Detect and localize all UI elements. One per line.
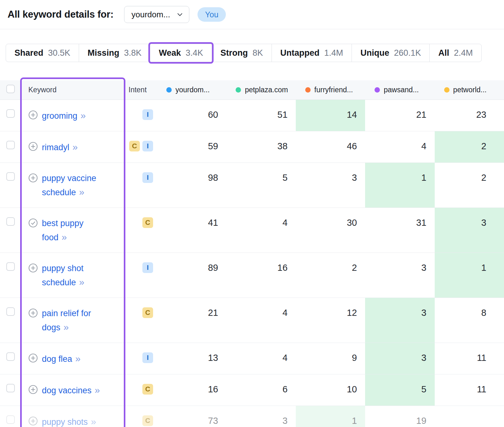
keyword-text: puppy vaccine schedule xyxy=(42,174,96,197)
position-value: 10 xyxy=(296,374,365,406)
double-chevron-icon[interactable]: » xyxy=(79,277,84,287)
row-checkbox[interactable] xyxy=(6,217,15,226)
tab-unique[interactable]: Unique260.1K xyxy=(352,44,430,62)
domain-column-header: yourdom... xyxy=(157,86,226,94)
add-circle-icon[interactable] xyxy=(28,353,38,363)
domain-column-header: pawsand... xyxy=(365,86,434,94)
tab-shared[interactable]: Shared30.5K xyxy=(6,44,79,62)
row-checkbox[interactable] xyxy=(6,172,15,181)
keyword-gap-page: All keyword details for: yourdom... You … xyxy=(0,0,504,427)
add-circle-icon[interactable] xyxy=(28,416,38,426)
intent-cell: I xyxy=(125,253,157,298)
keyword-link[interactable]: dog vaccines» xyxy=(42,383,99,397)
you-badge: You xyxy=(198,7,226,22)
domain-dot-icon xyxy=(375,87,380,93)
row-select-cell xyxy=(0,208,21,253)
double-chevron-icon[interactable]: » xyxy=(95,385,100,395)
intent-badge-informational: I xyxy=(142,352,153,363)
row-checkbox[interactable] xyxy=(6,307,15,316)
tab-count: 30.5K xyxy=(48,48,71,58)
intent-cell: I xyxy=(125,163,157,208)
double-chevron-icon[interactable]: » xyxy=(75,353,80,364)
tab-count: 1.4M xyxy=(324,48,343,58)
add-circle-icon[interactable] xyxy=(28,173,38,183)
position-value: 4 xyxy=(226,343,295,374)
select-all-checkbox[interactable] xyxy=(6,85,15,93)
double-chevron-icon[interactable]: » xyxy=(72,142,77,152)
add-circle-icon[interactable] xyxy=(28,110,38,120)
keyword-link[interactable]: puppy vaccine schedule» xyxy=(42,172,104,199)
domain-dot-icon xyxy=(236,87,241,93)
table-row: puppy shots»C733119 xyxy=(0,406,504,427)
tab-untapped[interactable]: Untapped1.4M xyxy=(272,44,352,62)
keyword-text: rimadyl xyxy=(42,143,69,152)
row-checkbox[interactable] xyxy=(6,262,15,271)
table-row: rimadyl»CI59384642 xyxy=(0,131,504,163)
keyword-text: dog flea xyxy=(42,354,72,364)
keyword-text: puppy shots xyxy=(42,417,88,427)
double-chevron-icon[interactable]: » xyxy=(79,187,84,197)
tab-count: 3.4K xyxy=(186,48,203,58)
tab-all[interactable]: All2.4M xyxy=(429,44,482,62)
position-value: 1 xyxy=(365,163,434,208)
position-value: 11 xyxy=(435,343,504,374)
position-value: 9 xyxy=(296,343,365,374)
domain-dot-icon xyxy=(166,87,172,93)
domain-column-header: petplaza.com xyxy=(226,86,295,94)
position-value: 31 xyxy=(365,208,434,253)
keyword-cell: dog vaccines» xyxy=(21,374,125,406)
keyword-link[interactable]: rimadyl» xyxy=(42,140,77,154)
page-title: All keyword details for: xyxy=(8,9,113,20)
add-circle-icon[interactable] xyxy=(28,308,38,318)
keyword-cell: puppy vaccine schedule» xyxy=(21,163,125,208)
double-chevron-icon[interactable]: » xyxy=(62,232,66,242)
keyword-link[interactable]: dog flea» xyxy=(42,352,80,366)
position-value: 3 xyxy=(226,406,295,427)
add-circle-icon[interactable] xyxy=(28,263,38,273)
keyword-link[interactable]: puppy shot schedule» xyxy=(42,262,104,289)
position-value: 98 xyxy=(157,163,226,208)
tab-label: Shared xyxy=(14,48,43,58)
position-value: 13 xyxy=(157,343,226,374)
intent-cell: CI xyxy=(125,131,157,162)
position-value: 21 xyxy=(157,298,226,343)
position-value: 11 xyxy=(435,374,504,406)
table-row: puppy vaccine schedule»I985312 xyxy=(0,163,504,208)
double-chevron-icon[interactable]: » xyxy=(91,416,96,427)
tab-missing[interactable]: Missing3.8K xyxy=(79,44,150,62)
row-checkbox[interactable] xyxy=(6,141,15,149)
double-chevron-icon[interactable]: » xyxy=(81,110,85,121)
row-checkbox[interactable] xyxy=(6,109,15,118)
tab-count: 8K xyxy=(253,48,263,58)
domain-selector[interactable]: yourdom... xyxy=(124,6,189,23)
add-circle-icon[interactable] xyxy=(28,142,38,151)
domain-label: yourdom... xyxy=(175,86,210,94)
keyword-link[interactable]: grooming» xyxy=(42,109,85,123)
keyword-link[interactable]: puppy shots» xyxy=(42,415,95,427)
double-chevron-icon[interactable]: » xyxy=(64,322,68,332)
position-value: 4 xyxy=(365,131,434,162)
row-checkbox[interactable] xyxy=(6,352,15,361)
add-circle-icon[interactable] xyxy=(28,385,38,394)
table-row: dog flea»I1349311 xyxy=(0,343,504,374)
intent-badge-commercial: C xyxy=(142,415,153,426)
domain-label: furryfriend... xyxy=(314,86,353,94)
table-header: Keyword Intent yourdom...petplaza.comfur… xyxy=(0,80,504,100)
position-value: 5 xyxy=(365,374,434,406)
tab-weak[interactable]: Weak3.4K xyxy=(150,44,212,62)
position-value: 8 xyxy=(435,298,504,343)
row-checkbox[interactable] xyxy=(6,415,15,424)
tab-label: Untapped xyxy=(280,48,320,58)
keyword-link[interactable]: best puppy food» xyxy=(42,217,104,244)
row-checkbox[interactable] xyxy=(6,384,15,392)
keyword-cell: grooming» xyxy=(21,100,125,131)
keyword-text: dog vaccines xyxy=(42,386,92,395)
keyword-link[interactable]: pain relief for dogs» xyxy=(42,307,104,334)
table-row: puppy shot schedule»I8916231 xyxy=(0,253,504,298)
keyword-text: grooming xyxy=(42,111,77,121)
tab-label: Strong xyxy=(220,48,248,58)
tab-strong[interactable]: Strong8K xyxy=(212,44,272,62)
intent-badge-informational: I xyxy=(142,262,153,273)
check-circle-icon[interactable] xyxy=(28,218,38,228)
row-select-cell xyxy=(0,374,21,406)
